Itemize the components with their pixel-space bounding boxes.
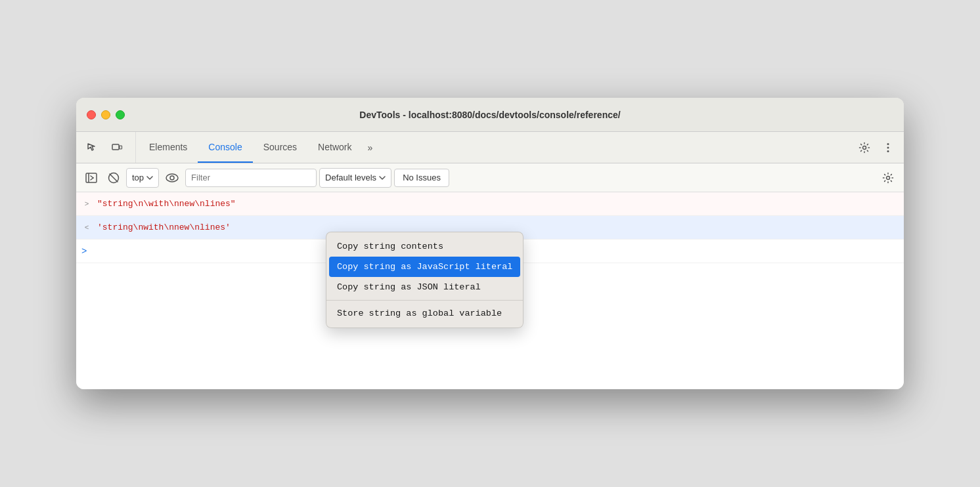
- svg-point-2: [863, 146, 866, 149]
- close-button[interactable]: [87, 110, 96, 119]
- tab-elements[interactable]: Elements: [139, 132, 198, 163]
- context-menu: Copy string contents Copy string as Java…: [326, 232, 523, 328]
- no-issues-button[interactable]: No Issues: [394, 169, 449, 187]
- levels-chevron-icon: [379, 176, 386, 180]
- menu-item-copy-js-literal[interactable]: Copy string as JavaScript literal: [329, 257, 520, 277]
- context-selector[interactable]: top: [126, 168, 159, 188]
- inspect-icon[interactable]: [81, 137, 102, 158]
- tab-sources[interactable]: Sources: [253, 132, 307, 163]
- minimize-button[interactable]: [101, 110, 110, 119]
- svg-point-14: [887, 176, 890, 179]
- console-row-output: > "string\n\with\nnew\nlines": [76, 192, 904, 216]
- menu-item-copy-contents[interactable]: Copy string contents: [326, 236, 523, 257]
- more-tabs-button[interactable]: »: [362, 132, 378, 163]
- console-output: > "string\n\with\nnew\nlines" < 'string\…: [76, 192, 904, 389]
- title-bar: DevTools - localhost:8080/docs/devtools/…: [76, 98, 904, 132]
- menu-divider: [326, 300, 523, 301]
- svg-point-5: [887, 150, 889, 152]
- tab-bar: Elements Console Sources Network »: [76, 132, 904, 163]
- menu-item-store-global[interactable]: Store string as global variable: [326, 303, 523, 324]
- console-prompt-icon: >: [81, 246, 87, 257]
- window-title: DevTools - localhost:8080/docs/devtools/…: [359, 110, 620, 120]
- svg-point-4: [887, 146, 889, 148]
- svg-point-3: [887, 143, 889, 145]
- eye-icon[interactable]: [162, 168, 183, 188]
- svg-rect-6: [86, 173, 97, 182]
- svg-point-12: [166, 174, 178, 182]
- settings-icon[interactable]: [854, 137, 875, 158]
- console-input-text-1: 'string\nwith\nnew\nlines': [97, 222, 231, 232]
- sidebar-toggle-icon[interactable]: [81, 168, 101, 188]
- svg-rect-1: [120, 146, 122, 149]
- main-tabs: Elements Console Sources Network »: [139, 132, 854, 163]
- devtools-window: DevTools - localhost:8080/docs/devtools/…: [76, 98, 904, 389]
- svg-line-11: [110, 174, 118, 182]
- tab-bar-right-icons: [854, 132, 899, 163]
- svg-rect-0: [112, 144, 119, 150]
- tab-bar-left-icons: [81, 132, 136, 163]
- maximize-button[interactable]: [116, 110, 125, 119]
- log-levels-selector[interactable]: Default levels: [319, 168, 391, 188]
- tab-console[interactable]: Console: [198, 132, 252, 163]
- svg-point-13: [170, 176, 174, 180]
- filter-input[interactable]: [185, 169, 317, 187]
- device-toolbar-icon[interactable]: [106, 137, 127, 158]
- svg-line-9: [91, 178, 93, 180]
- console-settings-icon[interactable]: [878, 167, 899, 188]
- output-chevron-icon: >: [81, 200, 92, 208]
- chevron-down-icon: [146, 176, 153, 180]
- traffic-lights: [87, 110, 125, 119]
- clear-console-icon[interactable]: [104, 168, 123, 188]
- menu-item-copy-json-literal[interactable]: Copy string as JSON literal: [326, 277, 523, 297]
- console-toolbar: top Default levels No Issues: [76, 163, 904, 192]
- more-options-icon[interactable]: [878, 137, 899, 158]
- console-output-text-1: "string\n\with\nnew\nlines": [97, 199, 236, 209]
- tab-network[interactable]: Network: [307, 132, 362, 163]
- input-chevron-icon: <: [81, 224, 92, 232]
